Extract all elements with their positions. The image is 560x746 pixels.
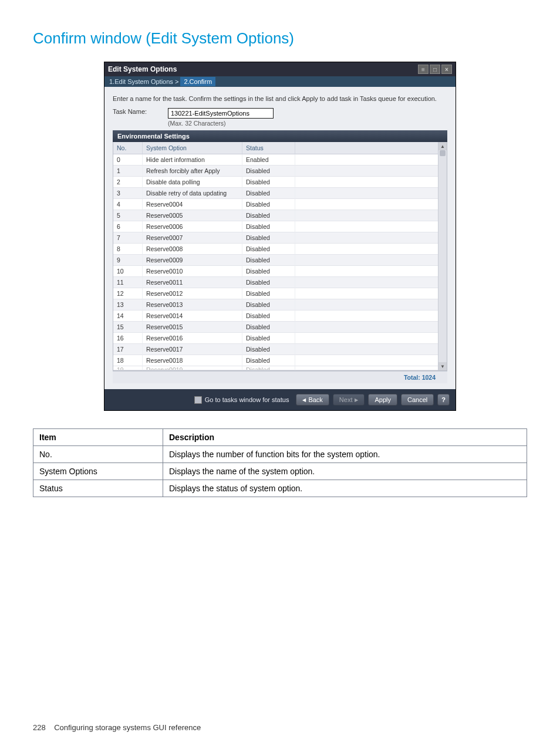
cell-opt: Disable retry of data updating	[143, 188, 242, 199]
table-row: No.Displays the number of function bits …	[33, 446, 527, 463]
step-active: 2.Confirm	[180, 77, 215, 86]
help-label: ?	[441, 396, 446, 403]
cell-opt: Reserve0011	[143, 277, 242, 288]
chevron-left-icon: ◀	[302, 397, 306, 403]
next-button: Next▶	[333, 394, 365, 406]
cell-blank	[295, 154, 447, 166]
table-row: System OptionsDisplays the name of the s…	[33, 463, 527, 480]
cell-status: Enabled	[242, 154, 295, 166]
settings-table: No.System OptionStatus0Hide alert inform…	[113, 142, 447, 371]
wizard-steps: 1.Edit System Options > 2.Confirm	[104, 76, 456, 87]
cell-opt: Reserve0005	[143, 210, 242, 221]
cell-no: 3	[113, 188, 143, 199]
cell-blank	[295, 266, 447, 277]
scroll-thumb[interactable]	[440, 150, 446, 156]
checkbox-icon[interactable]	[194, 396, 202, 404]
next-label: Next	[339, 396, 353, 403]
cell-blank	[295, 255, 447, 266]
cell-status: Disabled	[242, 177, 295, 188]
cell-blank	[295, 199, 447, 210]
maximize-icon[interactable]: □	[430, 65, 440, 74]
page-number: 228	[33, 723, 46, 732]
dialog-title: Edit System Options	[108, 65, 177, 73]
task-name-label: Task Name:	[113, 108, 160, 115]
scrollbar[interactable]: ▲ ▼	[438, 142, 447, 370]
cell-blank	[295, 322, 447, 333]
window-controls: ≡ □ ×	[418, 65, 452, 74]
cell-status: Disabled	[242, 210, 295, 221]
cell-opt: Refresh forcibly after Apply	[143, 166, 242, 177]
column-header	[295, 142, 447, 154]
cell-cutoff	[295, 366, 447, 370]
cell-no: 1	[113, 166, 143, 177]
cell-cutoff: 19	[113, 366, 143, 370]
cell-cutoff: Disabled	[242, 366, 295, 370]
cell-status: Disabled	[242, 221, 295, 232]
cell-cutoff: Reserve0019	[143, 366, 242, 370]
scroll-up-icon[interactable]: ▲	[438, 142, 447, 150]
cell-status: Disabled	[242, 333, 295, 344]
cell-blank	[295, 221, 447, 232]
cell-status: Disabled	[242, 166, 295, 177]
cell-blank	[295, 355, 447, 366]
cell-no: 18	[113, 355, 143, 366]
cell-status: Disabled	[242, 344, 295, 355]
cell-no: 14	[113, 310, 143, 322]
cell-blank	[295, 210, 447, 221]
back-label: Back	[308, 396, 322, 403]
cell-status: Disabled	[242, 277, 295, 288]
step-separator: >	[175, 78, 178, 85]
col-description: Description	[163, 429, 527, 446]
go-to-tasks-checkbox[interactable]: Go to tasks window for status	[194, 396, 289, 404]
dialog: Edit System Options ≡ □ × 1.Edit System …	[104, 62, 456, 411]
cell-no: 7	[113, 232, 143, 244]
total-row: Total: 1024	[113, 371, 447, 383]
cell-no: 10	[113, 266, 143, 277]
item-cell: Status	[33, 480, 163, 497]
cell-blank	[295, 310, 447, 322]
cell-status: Disabled	[242, 288, 295, 299]
cell-blank	[295, 232, 447, 244]
back-button[interactable]: ◀Back	[296, 394, 329, 406]
desc-cell: Displays the number of function bits for…	[163, 446, 527, 463]
section-header: Environmental Settings	[113, 130, 447, 142]
task-name-input[interactable]	[168, 108, 274, 119]
cell-no: 16	[113, 333, 143, 344]
cell-no: 2	[113, 177, 143, 188]
cancel-label: Cancel	[407, 396, 427, 403]
cell-blank	[295, 344, 447, 355]
table-row: StatusDisplays the status of system opti…	[33, 480, 527, 497]
cell-blank	[295, 177, 447, 188]
cell-status: Disabled	[242, 310, 295, 322]
scroll-down-icon[interactable]: ▼	[438, 362, 447, 370]
column-header: System Option	[143, 142, 242, 154]
column-header: Status	[242, 142, 295, 154]
page-title: Confirm window (Edit System Options)	[33, 29, 527, 48]
apply-button[interactable]: Apply	[368, 394, 397, 406]
cell-opt: Reserve0004	[143, 199, 242, 210]
cell-status: Disabled	[242, 255, 295, 266]
help-button[interactable]: ?	[437, 394, 450, 406]
close-icon[interactable]: ×	[441, 65, 452, 74]
cancel-button[interactable]: Cancel	[401, 394, 434, 406]
cell-blank	[295, 188, 447, 199]
cell-opt: Reserve0017	[143, 344, 242, 355]
filter-icon[interactable]: ≡	[418, 65, 429, 74]
chevron-right-icon: ▶	[355, 397, 358, 403]
cell-no: 13	[113, 299, 143, 310]
cell-status: Disabled	[242, 199, 295, 210]
cell-status: Disabled	[242, 244, 295, 255]
desc-cell: Displays the name of the system option.	[163, 463, 527, 480]
cell-no: 15	[113, 322, 143, 333]
cell-opt: Reserve0018	[143, 355, 242, 366]
dialog-footer: Go to tasks window for status ◀Back Next…	[104, 389, 456, 410]
apply-label: Apply	[375, 396, 391, 403]
column-header: No.	[113, 142, 143, 154]
cell-blank	[295, 166, 447, 177]
cell-blank	[295, 288, 447, 299]
cell-opt: Reserve0016	[143, 333, 242, 344]
description-table: Item Description No.Displays the number …	[33, 428, 527, 497]
step-prev: 1.Edit System Options	[109, 78, 173, 85]
cell-status: Disabled	[242, 299, 295, 310]
cell-status: Disabled	[242, 355, 295, 366]
